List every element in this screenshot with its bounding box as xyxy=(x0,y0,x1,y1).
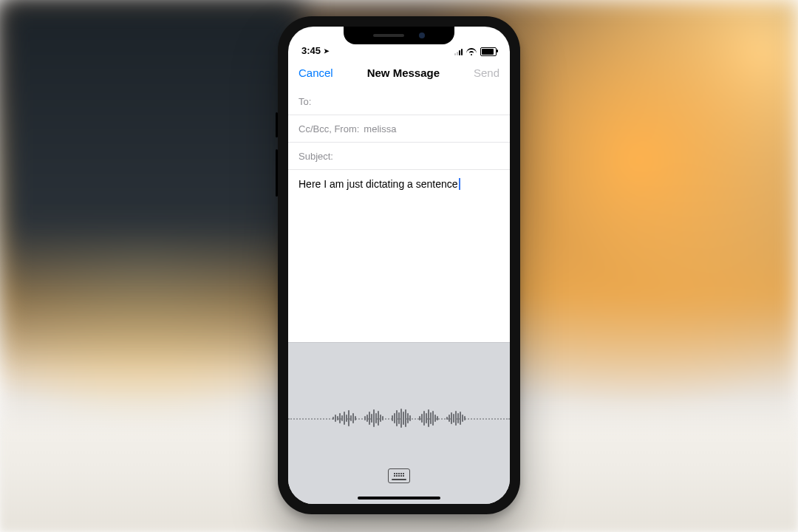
keyboard-icon xyxy=(394,473,404,477)
text-cursor xyxy=(459,178,460,190)
message-body[interactable]: Here I am just dictating a sentence xyxy=(288,170,510,342)
battery-icon xyxy=(480,47,497,56)
ccbcc-value: melissa xyxy=(364,123,396,134)
iphone-device: 3:45 ➤ Cancel New Message Send To: Cc/Bc… xyxy=(278,16,520,514)
keyboard-button[interactable] xyxy=(388,468,410,483)
ccbcc-label: Cc/Bcc, From: xyxy=(299,123,359,134)
phone-notch xyxy=(344,27,454,44)
send-button[interactable]: Send xyxy=(474,66,499,79)
body-text: Here I am just dictating a sentence xyxy=(299,178,458,190)
dictation-waveform xyxy=(288,405,510,432)
to-field[interactable]: To: xyxy=(288,88,510,115)
subject-label: Subject: xyxy=(299,151,333,162)
subject-field[interactable]: Subject: xyxy=(288,143,510,170)
to-label: To: xyxy=(299,96,311,107)
cell-signal-icon xyxy=(454,48,463,55)
compose-nav-bar: Cancel New Message Send xyxy=(288,58,510,88)
cancel-button[interactable]: Cancel xyxy=(299,66,333,79)
wifi-icon xyxy=(466,48,477,55)
dictation-panel xyxy=(288,342,510,504)
home-indicator[interactable] xyxy=(358,497,440,499)
front-camera xyxy=(419,33,425,38)
page-title: New Message xyxy=(367,66,440,79)
location-icon: ➤ xyxy=(324,47,330,55)
earpiece xyxy=(373,34,404,37)
phone-screen: 3:45 ➤ Cancel New Message Send To: Cc/Bc… xyxy=(288,27,510,504)
ambient-dark-left xyxy=(0,0,303,372)
ccbcc-from-field[interactable]: Cc/Bcc, From: melissa xyxy=(288,115,510,143)
status-time: 3:45 xyxy=(301,45,321,56)
